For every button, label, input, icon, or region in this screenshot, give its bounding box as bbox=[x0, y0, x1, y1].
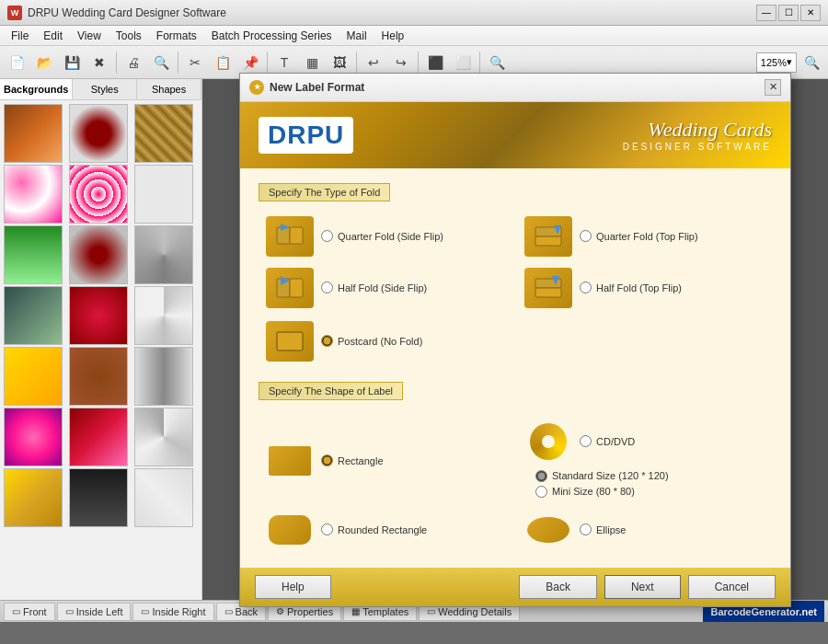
toolbar-align-left[interactable]: ⬛ bbox=[422, 50, 448, 75]
svg-rect-3 bbox=[535, 236, 561, 246]
bg-thumb-20[interactable] bbox=[69, 468, 128, 527]
wedding-details-label: Wedding Details bbox=[438, 606, 512, 617]
menu-help[interactable]: Help bbox=[374, 28, 412, 44]
menu-edit[interactable]: Edit bbox=[36, 28, 70, 44]
bg-thumb-5[interactable] bbox=[69, 165, 128, 224]
bg-thumb-14[interactable] bbox=[69, 347, 128, 406]
menu-tools[interactable]: Tools bbox=[109, 28, 149, 44]
modal-close-button[interactable]: ✕ bbox=[765, 79, 781, 96]
toolbar-copy[interactable]: 📋 bbox=[210, 50, 236, 75]
fold-quarter-top: Quarter Fold (Top Flip) bbox=[517, 213, 772, 260]
shape-cddvd-radio[interactable] bbox=[580, 435, 592, 447]
menu-file[interactable]: File bbox=[4, 28, 36, 44]
bg-thumb-7[interactable] bbox=[4, 225, 63, 284]
fold-half-top-label: Half Fold (Top Flip) bbox=[596, 282, 682, 293]
fold-half-side-option[interactable]: Half Fold (Side Flip) bbox=[321, 282, 427, 293]
tab-backgrounds[interactable]: Backgrounds bbox=[0, 79, 73, 99]
bg-thumb-15[interactable] bbox=[134, 347, 193, 406]
bg-thumb-1[interactable] bbox=[4, 104, 63, 163]
toolbar-print[interactable]: 🖨 bbox=[121, 50, 146, 75]
front-label: Front bbox=[23, 606, 47, 617]
bg-thumb-6[interactable] bbox=[134, 165, 193, 224]
toolbar-text[interactable]: T bbox=[271, 50, 297, 75]
fold-quarter-side: Quarter Fold (Side Flip) bbox=[259, 213, 513, 260]
fold-quarter-side-radio[interactable] bbox=[321, 230, 333, 242]
menu-view[interactable]: View bbox=[70, 28, 109, 44]
bottom-tab-inside-right[interactable]: ▭ Inside Right bbox=[132, 603, 213, 621]
toolbar-save[interactable]: 💾 bbox=[59, 50, 85, 75]
fold-quarter-side-icon bbox=[266, 216, 314, 257]
toolbar-delete[interactable]: ✖ bbox=[86, 50, 112, 75]
toolbar-image[interactable]: 🖼 bbox=[327, 50, 352, 75]
cd-mini-radio[interactable] bbox=[535, 486, 547, 498]
fold-quarter-side-option[interactable]: Quarter Fold (Side Flip) bbox=[321, 230, 443, 242]
fold-half-side-label: Half Fold (Side Flip) bbox=[338, 282, 427, 293]
bg-thumb-10[interactable] bbox=[4, 286, 63, 345]
menu-batch[interactable]: Batch Processing Series bbox=[204, 28, 339, 44]
maximize-button[interactable]: ☐ bbox=[778, 5, 799, 21]
menu-mail[interactable]: Mail bbox=[339, 28, 374, 44]
fold-quarter-top-option[interactable]: Quarter Fold (Top Flip) bbox=[580, 230, 698, 242]
toolbar-barcode[interactable]: ▦ bbox=[299, 50, 325, 75]
toolbar-zoom-in[interactable]: 🔍 bbox=[799, 50, 824, 75]
bg-thumb-17[interactable] bbox=[69, 408, 128, 466]
bg-thumb-21[interactable] bbox=[134, 468, 193, 527]
toolbar-paste[interactable]: 📌 bbox=[237, 50, 263, 75]
inside-right-icon: ▭ bbox=[141, 606, 149, 616]
fold-half-side-radio[interactable] bbox=[321, 282, 333, 293]
bg-thumb-16[interactable] bbox=[4, 408, 63, 466]
fold-postcard-option[interactable]: Postcard (No Fold) bbox=[321, 335, 422, 347]
bottom-tab-inside-left[interactable]: ▭ Inside Left bbox=[57, 603, 132, 621]
drpu-logo: DRPU bbox=[259, 117, 353, 154]
bg-thumb-11[interactable] bbox=[69, 286, 128, 345]
properties-label: Properties bbox=[287, 606, 333, 617]
toolbar-open[interactable]: 📂 bbox=[31, 50, 57, 75]
bg-thumb-18[interactable] bbox=[134, 408, 193, 466]
next-button[interactable]: Next bbox=[604, 575, 681, 599]
help-button[interactable]: Help bbox=[255, 575, 331, 599]
bg-thumb-4[interactable] bbox=[4, 165, 63, 224]
cd-standard-size-option[interactable]: Standard Size (120 * 120) bbox=[535, 470, 772, 482]
bg-thumb-3[interactable] bbox=[134, 104, 193, 163]
cancel-button[interactable]: Cancel bbox=[688, 575, 776, 599]
close-button[interactable]: ✕ bbox=[800, 5, 821, 21]
shape-cddvd-option[interactable]: CD/DVD bbox=[580, 435, 635, 447]
toolbar-new[interactable]: 📄 bbox=[4, 50, 29, 75]
bg-thumb-19[interactable] bbox=[4, 468, 63, 527]
fold-quarter-side-label: Quarter Fold (Side Flip) bbox=[338, 231, 443, 242]
back-button[interactable]: Back bbox=[519, 575, 597, 599]
shape-rectangle: Rectangle bbox=[259, 419, 513, 503]
bg-thumb-2[interactable] bbox=[69, 104, 128, 163]
menu-bar: File Edit View Tools Formats Batch Proce… bbox=[0, 26, 828, 46]
toolbar-preview[interactable]: 🔍 bbox=[148, 50, 174, 75]
toolbar-undo[interactable]: ↩ bbox=[361, 50, 386, 75]
tab-shapes[interactable]: Shapes bbox=[137, 79, 201, 99]
bg-thumb-12[interactable] bbox=[134, 286, 193, 345]
shape-rounded-rectangle-option[interactable]: Rounded Rectangle bbox=[321, 523, 427, 535]
bg-thumb-13[interactable] bbox=[4, 347, 63, 406]
shape-rectangle-option[interactable]: Rectangle bbox=[321, 454, 384, 466]
fold-postcard-radio[interactable] bbox=[321, 335, 333, 347]
tab-styles[interactable]: Styles bbox=[73, 79, 137, 99]
fold-half-top-option[interactable]: Half Fold (Top Flip) bbox=[580, 282, 682, 293]
bg-thumb-9[interactable] bbox=[134, 225, 193, 284]
modal-icon: ★ bbox=[249, 80, 264, 95]
toolbar-zoom-out[interactable]: 🔍 bbox=[484, 50, 510, 75]
shape-rounded-rectangle-radio[interactable] bbox=[321, 523, 333, 535]
bottom-tab-front[interactable]: ▭ Front bbox=[4, 603, 55, 621]
inside-left-icon: ▭ bbox=[65, 606, 74, 616]
minimize-button[interactable]: — bbox=[756, 5, 776, 21]
fold-quarter-top-radio[interactable] bbox=[580, 230, 592, 242]
shape-rectangle-radio[interactable] bbox=[321, 454, 333, 466]
toolbar-redo[interactable]: ↪ bbox=[388, 50, 414, 75]
fold-half-top-radio[interactable] bbox=[580, 282, 592, 293]
shape-ellipse-option[interactable]: Ellipse bbox=[580, 523, 626, 535]
menu-formats[interactable]: Formats bbox=[149, 28, 204, 44]
zoom-level[interactable]: 125% ▾ bbox=[756, 52, 797, 73]
cd-mini-size-option[interactable]: Mini Size (80 * 80) bbox=[535, 486, 772, 498]
cd-standard-radio[interactable] bbox=[535, 470, 547, 482]
bg-thumb-8[interactable] bbox=[69, 225, 128, 284]
shape-ellipse-radio[interactable] bbox=[580, 523, 592, 535]
toolbar-cut[interactable]: ✂ bbox=[182, 50, 208, 75]
toolbar-align-center[interactable]: ⬜ bbox=[450, 50, 476, 75]
